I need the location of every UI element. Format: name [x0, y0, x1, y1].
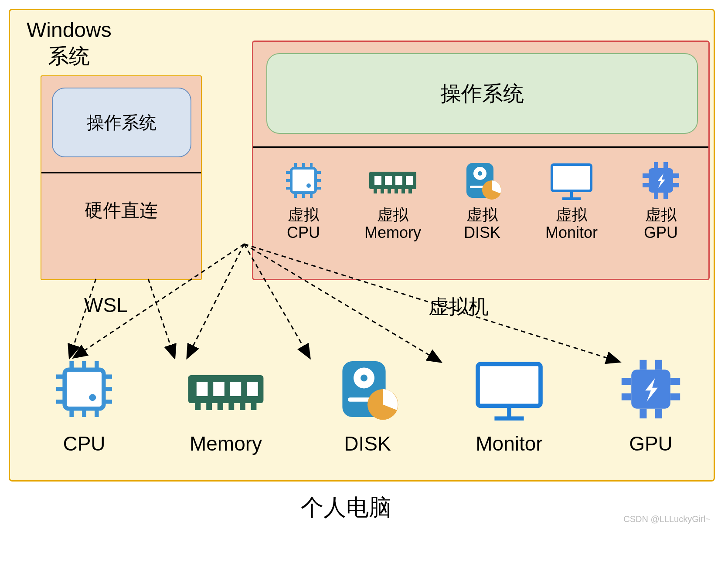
vm-hardware-row: 虚拟CPU 虚拟Memory 虚拟DISK 虚拟Monitor 虚拟GPU — [262, 159, 702, 242]
vm-mon-line2: Monitor — [545, 224, 598, 241]
pc-mon-label: Monitor — [476, 432, 542, 455]
vm-item-gpu: 虚拟GPU — [619, 159, 702, 242]
pc-gpu-label: GPU — [629, 432, 673, 455]
wsl-label: WSL — [84, 293, 128, 317]
pc-item-disk: DISK — [311, 354, 424, 455]
vm-cpu-line1: 虚拟 — [288, 206, 319, 224]
vm-os-label: 操作系统 — [440, 80, 524, 108]
watermark: CSDN @LLLuckyGirl~ — [623, 514, 711, 524]
gpu-icon — [614, 354, 688, 424]
vm-mem-line2: Memory — [364, 224, 421, 241]
vm-gpu-line2: GPU — [644, 224, 678, 241]
windows-system-box: Windows 系统 操作系统 硬件直连 操作系统 虚拟CPU 虚拟Memory — [9, 9, 715, 482]
wsl-hardware-label: 硬件直连 — [41, 198, 201, 223]
memory-icon — [360, 159, 425, 202]
pc-item-monitor: Monitor — [452, 354, 566, 455]
vm-item-memory: 虚拟Memory — [351, 159, 434, 242]
vm-item-cpu: 虚拟CPU — [262, 159, 345, 242]
pc-item-memory: Memory — [169, 354, 282, 455]
vm-gpu-line1: 虚拟 — [645, 206, 677, 224]
cpu-icon — [47, 354, 121, 424]
cpu-icon — [279, 159, 327, 202]
vm-mon-line1: 虚拟 — [556, 206, 587, 224]
windows-title-line2: 系统 — [48, 44, 90, 68]
pc-mem-label: Memory — [190, 432, 262, 455]
wsl-divider — [41, 172, 201, 173]
vm-divider — [253, 146, 708, 148]
memory-icon — [169, 354, 282, 424]
monitor-icon — [461, 354, 557, 424]
vm-cpu-line2: CPU — [287, 224, 320, 241]
pc-item-gpu: GPU — [594, 354, 708, 455]
disk-icon — [328, 354, 407, 424]
disk-icon — [458, 159, 506, 202]
monitor-icon — [543, 159, 600, 202]
vm-label: 虚拟机 — [429, 293, 489, 320]
windows-title: Windows 系统 — [27, 17, 112, 69]
vm-mem-line1: 虚拟 — [377, 206, 408, 224]
pc-item-cpu: CPU — [27, 354, 141, 455]
pc-disk-label: DISK — [344, 432, 391, 455]
vm-item-disk: 虚拟DISK — [441, 159, 524, 242]
vm-disk-line1: 虚拟 — [466, 206, 498, 224]
wsl-os-label: 操作系统 — [87, 111, 156, 135]
vm-box: 操作系统 虚拟CPU 虚拟Memory 虚拟DISK 虚拟Monitor — [252, 41, 710, 280]
windows-title-line1: Windows — [27, 18, 112, 41]
pc-hardware-row: CPU Memory DISK Monitor GPU — [27, 354, 708, 455]
pc-title: 个人电脑 — [301, 492, 391, 523]
vm-disk-line2: DISK — [464, 224, 500, 241]
pc-cpu-label: CPU — [63, 432, 105, 455]
vm-os-box: 操作系统 — [266, 53, 698, 134]
wsl-box: 操作系统 硬件直连 — [41, 75, 202, 280]
vm-item-monitor: 虚拟Monitor — [530, 159, 613, 242]
gpu-icon — [637, 159, 685, 202]
wsl-os-box: 操作系统 — [52, 88, 191, 157]
